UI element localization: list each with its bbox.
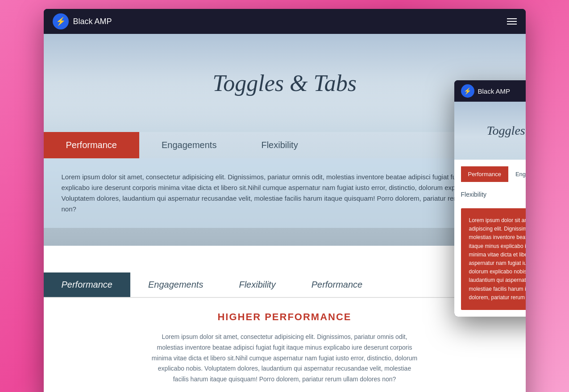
higher-performance-heading: HIGHER PERFORMANCE	[71, 311, 499, 323]
mobile-tab-row-2: Flexibility	[461, 187, 526, 202]
main-browser-window: ⚡ Black AMP Toggles & Tabs Performance E…	[44, 9, 526, 392]
mobile-tab-performance[interactable]: Performance	[461, 166, 508, 182]
mobile-tab-flexibility[interactable]: Flexibility	[461, 187, 526, 202]
mobile-content-text: Lorem ipsum dolor sit amet, consectetur …	[469, 216, 526, 302]
tab-flexibility-1[interactable]: Flexibility	[239, 132, 320, 158]
tab-content-2: HIGHER PERFORMANCE Lorem ipsum dolor sit…	[44, 298, 526, 392]
main-nav-title: Black AMP	[73, 17, 112, 26]
section-divider	[44, 246, 526, 272]
main-navbar: ⚡ Black AMP	[44, 9, 526, 34]
tab-section-2: Performance Engagements Flexibility Perf…	[44, 272, 526, 392]
tab-content-text-1: Lorem ipsum dolor sit amet, consectetur …	[62, 172, 508, 215]
mobile-tab-engagements[interactable]: Engagements	[508, 166, 526, 182]
tab-bar-1: Performance Engagements Flexibility	[44, 132, 526, 158]
tab-content-1: Lorem ipsum dolor sit amet, consectetur …	[44, 158, 526, 228]
mobile-browser-window: ⚡ Black AMP Toggles & Tabs 〜 Performance…	[454, 80, 526, 317]
mobile-hero-title: Toggles & Tabs	[487, 124, 526, 138]
main-logo-icon: ⚡	[53, 13, 69, 29]
mobile-nav-title: Black AMP	[478, 87, 511, 95]
tab-engagements-1[interactable]: Engagements	[139, 132, 239, 158]
tab-performance-2[interactable]: Performance	[44, 272, 131, 297]
main-hero-title: Toggles & Tabs	[212, 70, 357, 96]
main-hamburger-icon[interactable]	[507, 18, 517, 25]
mobile-hero-section: Toggles & Tabs 〜	[454, 102, 526, 160]
tab-bar-2: Performance Engagements Flexibility Perf…	[44, 272, 526, 298]
brand-container: ⚡ Black AMP	[53, 13, 112, 29]
tab-performance-1[interactable]: Performance	[44, 132, 140, 158]
mobile-tabs-area: Performance Engagements Flexibility Lore…	[454, 160, 526, 317]
mobile-content-box: Lorem ipsum dolor sit amet, consectetur …	[461, 208, 526, 310]
tab-flexibility-2[interactable]: Flexibility	[221, 272, 293, 297]
mobile-brand-container: ⚡ Black AMP	[461, 84, 511, 98]
tab-performance-2b[interactable]: Performance	[294, 272, 381, 297]
main-hero-section: Toggles & Tabs	[44, 34, 526, 132]
tab-content-text-2: Lorem ipsum dolor sit amet, consectetur …	[151, 332, 419, 385]
tab-engagements-2[interactable]: Engagements	[130, 272, 221, 297]
mobile-tab-row-1: Performance Engagements	[461, 166, 526, 182]
mobile-navbar: ⚡ Black AMP	[454, 80, 526, 102]
tab-section-1: Performance Engagements Flexibility Lore…	[44, 132, 526, 246]
mobile-logo-icon: ⚡	[461, 84, 474, 98]
